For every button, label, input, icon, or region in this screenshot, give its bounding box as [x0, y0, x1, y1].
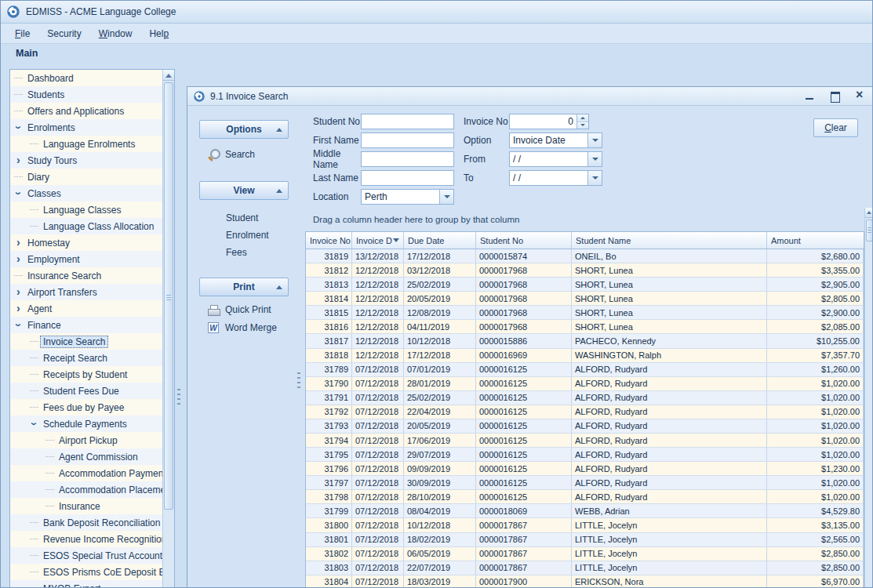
tree-item[interactable]: Language Class Allocation — [10, 218, 163, 234]
tree-item[interactable]: Schedule Payments — [10, 416, 163, 432]
tree-item[interactable]: Invoice Search — [10, 333, 163, 350]
tree-expander-icon[interactable] — [29, 385, 40, 397]
tree-item[interactable]: Language Classes — [10, 201, 163, 218]
tree-item[interactable]: Agent Commission — [10, 448, 163, 465]
to-date-picker[interactable]: / / — [509, 170, 602, 186]
column-header-student-name[interactable]: Student Name — [572, 232, 767, 249]
tree-expander-icon[interactable] — [29, 138, 40, 150]
menu-item[interactable]: File — [6, 25, 38, 42]
tree-expander-icon[interactable] — [13, 122, 24, 133]
tree-expander-icon[interactable] — [45, 434, 56, 446]
invoice-row[interactable]: 31814 12/12/2018 20/05/2019 0000017968 S… — [306, 292, 864, 306]
invoice-row[interactable]: 31812 12/12/2018 03/12/2018 0000017968 S… — [306, 263, 864, 278]
tree-expander-icon[interactable] — [29, 566, 40, 578]
tree-item[interactable]: Employment — [10, 251, 163, 267]
spin-up-icon[interactable] — [577, 114, 588, 122]
invoice-row[interactable]: 31798 07/12/2018 28/10/2019 0000016125 A… — [306, 490, 864, 504]
tree-expander-icon[interactable] — [29, 583, 40, 587]
invoice-row[interactable]: 31819 13/12/2018 17/12/2018 0000015874 O… — [306, 249, 864, 263]
invoice-row[interactable]: 31799 07/12/2018 08/04/2019 0000018069 W… — [306, 504, 864, 518]
tree-expander-icon[interactable] — [29, 352, 40, 364]
tree-expander-icon[interactable] — [13, 253, 24, 265]
invoice-row[interactable]: 31793 07/12/2018 20/05/2019 0000016125 A… — [306, 419, 864, 434]
tree-item[interactable]: Students — [10, 86, 163, 103]
invoice-window-titlebar[interactable]: 9.1 Invoice Search — [187, 87, 872, 106]
minimize-icon[interactable] — [806, 92, 814, 100]
option-combobox[interactable]: Invoice Date — [509, 132, 602, 148]
tree-expander-icon[interactable] — [29, 418, 40, 430]
restore-icon[interactable] — [831, 92, 839, 100]
grid-scrollbar-thumb[interactable] — [866, 220, 873, 241]
clear-button[interactable]: Clear — [813, 118, 858, 137]
tree-item[interactable]: Study Tours — [10, 152, 163, 169]
options-panel-header[interactable]: Options — [199, 120, 289, 139]
invoice-row[interactable]: 31816 12/12/2018 04/11/2019 0000017968 S… — [306, 320, 864, 334]
print-panel-header[interactable]: Print — [199, 278, 289, 296]
group-by-dropzone[interactable]: Drag a column header here to group by th… — [305, 208, 864, 231]
tree-item[interactable]: Language Enrolments — [10, 136, 163, 152]
invoice-row[interactable]: 31791 07/12/2018 25/02/2019 0000016125 A… — [306, 391, 864, 405]
tree-item[interactable]: Insurance Search — [10, 267, 163, 284]
invoice-no-spinner[interactable]: 0 — [509, 114, 589, 129]
menu-item[interactable]: Security — [38, 25, 89, 42]
tree-expander-icon[interactable] — [13, 270, 24, 281]
dropdown-arrow-icon[interactable] — [587, 171, 602, 185]
sidebar-scrollbar[interactable] — [162, 70, 174, 587]
text-field[interactable] — [361, 132, 454, 148]
tree-expander-icon[interactable] — [29, 550, 40, 561]
view-panel-header[interactable]: View — [199, 181, 289, 200]
column-header-amount[interactable]: Amount — [767, 232, 864, 249]
tree-item[interactable]: Insurance — [10, 498, 163, 514]
invoice-row[interactable]: 31789 07/12/2018 07/01/2019 0000016125 A… — [306, 363, 864, 377]
text-field[interactable] — [361, 151, 454, 167]
tree-item[interactable]: ESOS Prisms CoE Deposit Expor — [10, 564, 163, 580]
invoice-row[interactable]: 31795 07/12/2018 29/07/2019 0000016125 A… — [306, 448, 864, 462]
tree-item[interactable]: Diary — [10, 169, 163, 185]
tree-expander-icon[interactable] — [13, 154, 24, 166]
tree-expander-icon[interactable] — [29, 401, 40, 413]
tree-item[interactable]: Finance — [10, 317, 163, 333]
tree-expander-icon[interactable] — [45, 500, 56, 512]
scroll-up-icon[interactable] — [865, 208, 873, 218]
panel-splitter-handle[interactable] — [297, 372, 300, 390]
menu-item[interactable]: Window — [90, 25, 141, 42]
tree-item[interactable]: Bank Deposit Reconciliation — [10, 514, 163, 531]
invoice-row[interactable]: 31817 12/12/2018 10/12/2018 0000015886 P… — [306, 334, 864, 348]
column-header-student-no[interactable]: Student No — [476, 232, 572, 249]
location-combobox[interactable]: Perth — [361, 189, 454, 205]
invoice-row[interactable]: 31803 07/12/2018 22/07/2019 0000017867 L… — [306, 561, 864, 575]
tree-expander-icon[interactable] — [45, 484, 56, 495]
search-button[interactable]: Search — [208, 149, 255, 160]
dropdown-arrow-icon[interactable] — [439, 190, 453, 204]
tree-expander-icon[interactable] — [45, 467, 56, 479]
invoice-row[interactable]: 31815 12/12/2018 12/08/2019 0000017968 S… — [306, 306, 864, 320]
tree-item[interactable]: Offers and Applications — [10, 103, 163, 119]
tree-expander-icon[interactable] — [45, 451, 56, 463]
tree-item[interactable]: MYOB Export — [10, 580, 163, 587]
column-header-due-date[interactable]: Due Date — [404, 232, 476, 249]
tree-item[interactable]: Accommodation Placement — [10, 481, 163, 498]
tree-expander-icon[interactable] — [13, 303, 24, 314]
tree-item[interactable]: Classes — [10, 185, 163, 201]
tree-expander-icon[interactable] — [13, 171, 24, 183]
tree-expander-icon[interactable] — [29, 517, 40, 528]
spin-down-icon[interactable] — [577, 122, 588, 129]
tree-expander-icon[interactable] — [29, 220, 40, 232]
invoice-row[interactable]: 31801 07/12/2018 18/02/2019 0000017867 L… — [306, 533, 864, 547]
tree-item[interactable]: Agent — [10, 300, 163, 317]
grid-scrollbar[interactable] — [864, 208, 873, 588]
tree-expander-icon[interactable] — [13, 72, 24, 84]
dropdown-arrow-icon[interactable] — [587, 133, 602, 147]
tree-item[interactable]: Revenue Income Recognition — [10, 531, 163, 547]
invoice-row[interactable]: 31818 12/12/2018 17/12/2018 0000016969 W… — [306, 349, 864, 363]
invoice-row[interactable]: 31813 12/12/2018 25/02/2019 0000017968 S… — [306, 278, 864, 292]
tree-expander-icon[interactable] — [13, 237, 24, 249]
tree-expander-icon[interactable] — [13, 187, 24, 199]
invoice-row[interactable]: 31802 07/12/2018 06/05/2019 0000017867 L… — [306, 547, 864, 561]
scroll-up-icon[interactable] — [163, 70, 174, 81]
invoice-row[interactable]: 31792 07/12/2018 22/04/2019 0000016125 A… — [306, 405, 864, 419]
text-field[interactable] — [361, 170, 454, 186]
menu-item[interactable]: Help — [140, 25, 177, 42]
quick-print-button[interactable]: Quick Print — [208, 304, 271, 315]
invoice-row[interactable]: 31800 07/12/2018 10/12/2018 0000017867 L… — [306, 518, 864, 532]
